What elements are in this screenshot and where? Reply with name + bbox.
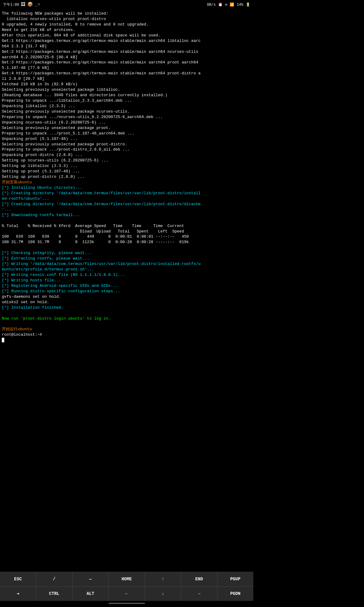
terminal-line: 100 639 100 639 0 0 449 0 0:00:01 0:00:0… xyxy=(2,234,189,239)
terminal-line: [*] Writing '/data/data/com.termux/files… xyxy=(2,262,201,272)
terminal-line: 开始安装ubuntu xyxy=(2,180,32,185)
terminal-line: Setting up proot-distro (2.8.0) ... xyxy=(2,175,85,179)
shell-icon: _> xyxy=(35,2,40,8)
terminal-line: [*] Installing Ubuntu (hirsute)... xyxy=(2,185,82,190)
battery-percent: 14% xyxy=(237,2,243,7)
terminal-line: Need to get 210 kB of archives. xyxy=(2,28,75,32)
terminal-output: The following NEW packages will be insta… xyxy=(0,10,253,344)
terminal-line: Selecting previously unselected package … xyxy=(2,87,120,92)
termux-icon: 📦 xyxy=(27,2,33,8)
terminal-line: gvfs-daemons set on hold. xyxy=(2,294,61,299)
terminal-line: [*] Registering Android-specific UIDs an… xyxy=(2,283,118,288)
terminal-line: Unpacking ncurses-utils (6.2.20200725-6)… xyxy=(2,120,106,125)
photo-icon: 🖼 xyxy=(21,2,25,8)
terminal-line: udisks2 set on hold. xyxy=(2,300,49,304)
terminal-line: Setting up proot (5.1.107-48) ... xyxy=(2,169,80,174)
battery-icon: 🔋 xyxy=(246,2,250,7)
terminal-line: Unpacking proot-distro (2.8.0) ... xyxy=(2,153,82,157)
status-bar: 下午1:09 🖼 📦 _> 0B/s ⏰ ⊖ 📶 14% 🔋 xyxy=(0,0,253,10)
terminal-line: 0 upgraded, 4 newly installed, 0 to remo… xyxy=(2,22,149,27)
terminal-line: Get:4 https://packages.termux.org/apt/te… xyxy=(2,71,201,81)
terminal-line: Selecting previously unselected package … xyxy=(2,142,127,147)
terminal-line: Now run 'proot-distro login ubuntu' to l… xyxy=(2,316,111,321)
terminal-line: Get:2 https://packages.termux.org/apt/te… xyxy=(2,49,198,59)
terminal-line: (Reading database ... 3940 files and dir… xyxy=(2,93,167,97)
terminal-line: [*] Checking integrity, please wait... xyxy=(2,251,92,255)
terminal-line: 开始运行ubuntu xyxy=(2,327,32,331)
terminal-line: [*] Writing resolv.conf file (NS 1.1.1.1… xyxy=(2,273,125,277)
terminal-line: Setting up ncurses-utils (6.2.20200725-6… xyxy=(2,158,108,163)
terminal-line: After this operation, 864 kB of addition… xyxy=(2,33,160,38)
terminal-line: Preparing to unpack .../libtalloc_2.3.3_… xyxy=(2,98,132,103)
terminal-line: [*] Downloading rootfs tarball... xyxy=(2,213,80,217)
network-speed: 0B/s xyxy=(207,2,216,7)
terminal-line: [*] Installation finished. xyxy=(2,305,63,310)
terminal-line: [*] Creating directory '/data/data/com.t… xyxy=(2,202,201,212)
terminal-line: Unpacking proot (5.1.107-48) ... xyxy=(2,137,78,141)
terminal-line: % Total % Received % Xferd Average Speed… xyxy=(2,224,184,234)
terminal-line: Get:3 https://packages.termux.org/apt/te… xyxy=(2,60,198,70)
terminal-line: [*] Extracting rootfs, please wait... xyxy=(2,256,89,261)
terminal-line: [*] Creating directory '/data/data/com.t… xyxy=(2,191,201,201)
terminal-line: Preparing to unpack .../ncurses-utils_6.… xyxy=(2,115,163,119)
terminal-line: libtalloc ncurses-utils proot proot-dist… xyxy=(2,17,106,21)
terminal-line: Unpacking libtalloc (2.3.3) ... xyxy=(2,104,75,108)
terminal-line: 100 31.7M 100 31.7M 0 0 1123k 0 0:00:28 … xyxy=(2,240,189,244)
terminal-line: Fetched 210 kB in 3s (82.9 kB/s) xyxy=(2,82,78,86)
terminal-line: [*] Running distro-specific configuratio… xyxy=(2,289,120,293)
terminal-line: Selecting previously unselected package … xyxy=(2,126,111,130)
terminal-line: The following NEW packages will be insta… xyxy=(2,11,108,16)
terminal-line: root@localhost:~# xyxy=(2,332,44,337)
terminal-line: Preparing to unpack .../proot-distro_2.8… xyxy=(2,147,130,152)
terminal-line: Selecting previously unselected package … xyxy=(2,109,130,114)
status-time: 下午1:09 xyxy=(3,2,19,7)
alarm-icon: ⏰ xyxy=(218,2,223,7)
terminal-line: [*] Writing hosts file... xyxy=(2,278,61,283)
terminal-line: Get:1 https://packages.termux.org/apt/te… xyxy=(2,39,201,49)
terminal-line: Setting up libtalloc (2.3.3) ... xyxy=(2,164,78,168)
wifi-icon: 📶 xyxy=(230,2,234,7)
terminal-line: Preparing to unpack .../proot_5.1.107-48… xyxy=(2,131,134,136)
cursor xyxy=(2,338,4,342)
minus-circle-icon: ⊖ xyxy=(225,2,227,7)
